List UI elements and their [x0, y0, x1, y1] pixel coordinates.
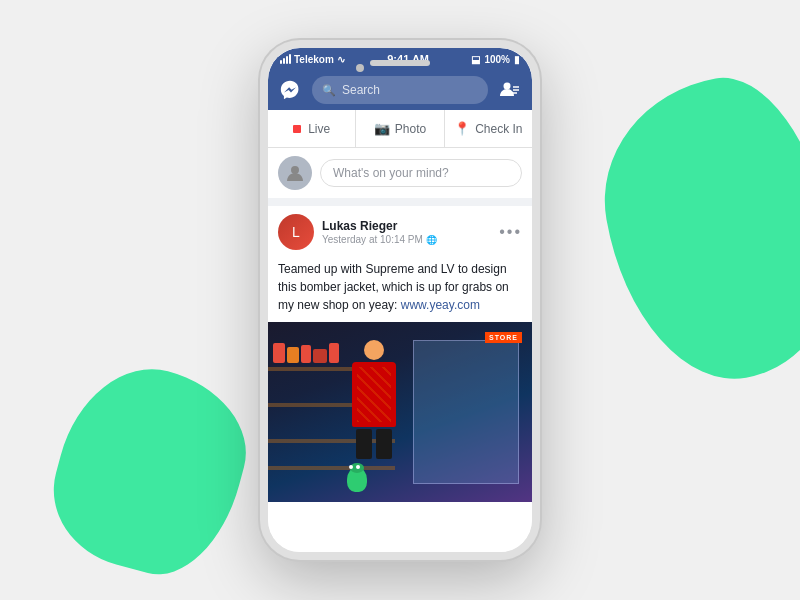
- post-time: Yesterday at 10:14 PM 🌐: [322, 234, 437, 245]
- live-button[interactable]: Live: [268, 110, 356, 147]
- post-header: L Lukas Rieger Yesterday at 10:14 PM 🌐 •…: [268, 206, 532, 258]
- photo-button[interactable]: 📷 Photo: [356, 110, 444, 147]
- action-buttons-row: Live 📷 Photo 📍 Check In: [268, 110, 532, 148]
- status-bar: Telekom ∿ 9:41 AM ⬓ 100% ▮: [268, 48, 532, 70]
- location-icon: 📍: [454, 121, 470, 136]
- facebook-navbar: 🔍 Search: [268, 70, 532, 110]
- checkin-button[interactable]: 📍 Check In: [445, 110, 532, 147]
- signal-icon: [280, 54, 291, 64]
- phone-frame: Telekom ∿ 9:41 AM ⬓ 100% ▮ 🔍: [260, 40, 540, 560]
- post-author-info: L Lukas Rieger Yesterday at 10:14 PM 🌐: [278, 214, 437, 250]
- camera-icon: 📷: [374, 121, 390, 136]
- post-text: Teamed up with Supreme and LV to design …: [268, 258, 532, 322]
- post-author-avatar: L: [278, 214, 314, 250]
- phone-speaker: [356, 64, 364, 72]
- store-shelves: STORE: [268, 322, 532, 502]
- checkin-label: Check In: [475, 122, 522, 136]
- post-meta: Lukas Rieger Yesterday at 10:14 PM 🌐: [322, 219, 437, 246]
- bluetooth-icon: ⬓: [471, 54, 480, 65]
- live-icon: [293, 125, 303, 133]
- messenger-icon[interactable]: [276, 76, 304, 104]
- person-figure: [352, 340, 396, 459]
- search-bar[interactable]: 🔍 Search: [312, 76, 488, 104]
- post-card: L Lukas Rieger Yesterday at 10:14 PM 🌐 •…: [268, 206, 532, 502]
- mind-placeholder: What's on your mind?: [333, 166, 449, 180]
- decoration-blob-right: [586, 63, 800, 397]
- profile-nav-icon[interactable]: [496, 76, 524, 104]
- carrier-label: Telekom: [294, 54, 334, 65]
- store-sign: STORE: [485, 332, 522, 343]
- search-icon: 🔍: [322, 84, 336, 97]
- search-placeholder: Search: [342, 83, 380, 97]
- photo-label: Photo: [395, 122, 426, 136]
- frog-bag: [347, 467, 367, 492]
- mind-row: What's on your mind?: [268, 148, 532, 206]
- live-label: Live: [308, 122, 330, 136]
- svg-point-0: [504, 83, 511, 90]
- post-link[interactable]: www.yeay.com: [401, 298, 480, 312]
- phone-mockup: Telekom ∿ 9:41 AM ⬓ 100% ▮ 🔍: [260, 40, 540, 560]
- post-more-button[interactable]: •••: [499, 223, 522, 241]
- decoration-blob-left: [37, 350, 263, 590]
- current-user-avatar: [278, 156, 312, 190]
- post-image: STORE: [268, 322, 532, 502]
- wifi-icon: ∿: [337, 54, 345, 65]
- post-author-name[interactable]: Lukas Rieger: [322, 219, 437, 235]
- status-left: Telekom ∿: [280, 54, 345, 65]
- mind-input[interactable]: What's on your mind?: [320, 159, 522, 187]
- visibility-icon: 🌐: [426, 235, 437, 245]
- clock: 9:41 AM: [387, 53, 429, 65]
- battery-label: 100%: [484, 54, 510, 65]
- phone-screen: Telekom ∿ 9:41 AM ⬓ 100% ▮ 🔍: [268, 48, 532, 552]
- status-right: ⬓ 100% ▮: [471, 54, 520, 65]
- battery-icon: ▮: [514, 54, 520, 65]
- svg-point-4: [291, 166, 299, 174]
